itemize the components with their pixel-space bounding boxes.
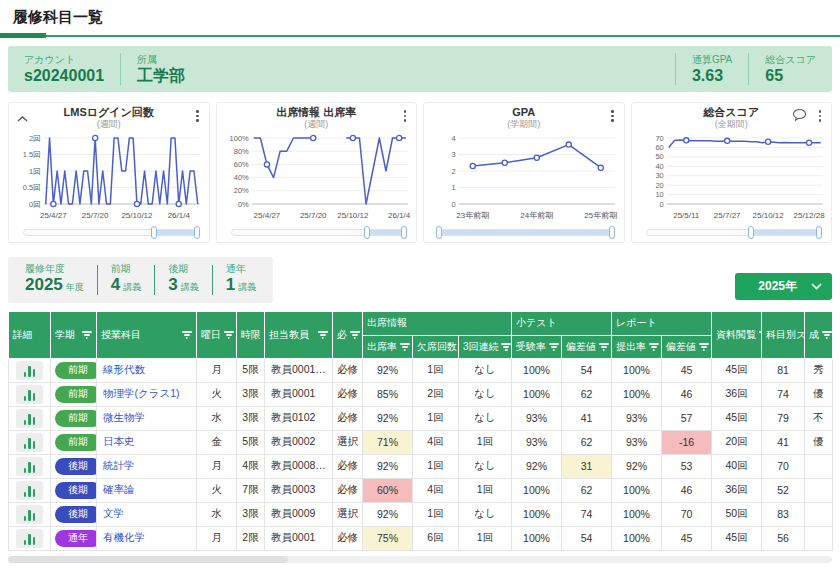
course-link[interactable]: 物理学(クラス1) (103, 387, 180, 399)
chart-range-slider[interactable] (646, 229, 822, 236)
slider-handle-right[interactable] (401, 226, 407, 239)
column-header-偏差値: 偏差値 (562, 335, 612, 358)
cell-value: 53 (662, 454, 712, 478)
cell-value: 92% (612, 454, 662, 478)
course-link[interactable]: 微生物学 (103, 411, 145, 423)
slider-handle-right[interactable] (609, 226, 615, 239)
year-selector-button[interactable]: 2025年 (735, 273, 832, 300)
kebab-menu-icon[interactable] (401, 108, 410, 124)
column-label: 受験率 (516, 340, 546, 354)
comment-bubble-icon[interactable] (792, 108, 807, 126)
cell-value: 31 (562, 454, 612, 478)
cell-value: 45回 (712, 406, 762, 430)
cell-value: 100% (512, 478, 562, 502)
filter-icon[interactable] (758, 330, 762, 339)
chart-title: GPA (428, 106, 620, 119)
cell-value: 74 (762, 382, 805, 406)
column-label: 授業科目 (101, 328, 141, 342)
cell-value: 52 (762, 478, 805, 502)
column-label: レポート (616, 316, 657, 330)
svg-text:0%: 0% (237, 200, 248, 209)
term-badge: 前期 (55, 410, 97, 427)
row-detail-chart-button[interactable] (16, 505, 43, 524)
course-link[interactable]: 確率論 (103, 483, 135, 495)
svg-text:2: 2 (452, 167, 456, 176)
cell-value: 60% (363, 478, 413, 502)
scrollbar-thumb[interactable] (8, 556, 288, 563)
cell-teacher: 教員0008… (265, 454, 333, 478)
svg-text:25/7/27: 25/7/27 (713, 211, 740, 220)
course-link[interactable]: 線形代数 (103, 363, 145, 375)
filter-icon[interactable] (821, 330, 832, 339)
filter-icon[interactable] (648, 342, 659, 351)
course-link[interactable]: 統計学 (103, 459, 135, 471)
svg-text:25/10/12: 25/10/12 (337, 211, 369, 220)
svg-text:70: 70 (655, 134, 663, 143)
filter-icon[interactable] (548, 342, 559, 351)
svg-text:100%: 100% (229, 134, 249, 143)
svg-text:0.5回: 0.5回 (23, 183, 41, 192)
filter-icon[interactable] (698, 342, 709, 351)
column-header-小テスト: 小テスト (512, 312, 612, 335)
filter-icon[interactable] (399, 342, 410, 351)
row-detail-chart-button[interactable] (16, 385, 43, 404)
summary-label: 通年 (226, 263, 256, 275)
filter-icon[interactable] (501, 342, 512, 351)
cell-teacher: 教員0001 (265, 382, 333, 406)
row-detail-chart-button[interactable] (16, 529, 43, 548)
cell-value: 93% (512, 430, 562, 454)
svg-text:0: 0 (452, 200, 456, 209)
svg-text:0回: 0回 (29, 200, 41, 209)
cell-value: 93% (512, 406, 562, 430)
svg-text:1: 1 (452, 183, 456, 192)
course-link[interactable]: 有機化学 (103, 531, 145, 543)
column-header-偏差値: 偏差値 (662, 335, 712, 358)
column-header-出席率: 出席率 (363, 335, 413, 358)
filter-icon[interactable] (181, 330, 192, 339)
filter-icon[interactable] (317, 330, 328, 339)
cell-value: 41 (562, 406, 612, 430)
column-header-欠席回数: 欠席回数 (413, 335, 459, 358)
slider-handle-right[interactable] (816, 226, 822, 239)
account-bar: アカウント s20240001 所属 工学部 通算GPA 3.63 総合スコア … (8, 46, 832, 92)
course-link[interactable]: 文学 (103, 507, 124, 519)
table-horizontal-scrollbar[interactable] (8, 556, 832, 563)
cell-period: 7限 (237, 478, 265, 502)
filter-icon[interactable] (223, 330, 234, 339)
row-detail-chart-button[interactable] (16, 457, 43, 476)
column-header-曜日: 曜日 (197, 312, 237, 358)
chart-range-slider[interactable] (438, 229, 614, 236)
cell-value: 45回 (712, 358, 762, 382)
kebab-menu-icon[interactable] (193, 108, 202, 124)
slider-handle-left[interactable] (151, 226, 157, 239)
row-detail-chart-button[interactable] (16, 433, 43, 452)
chart-range-slider[interactable] (231, 229, 407, 236)
filter-icon[interactable] (81, 330, 92, 339)
kebab-menu-icon[interactable] (816, 108, 825, 124)
cell-value: 54 (562, 358, 612, 382)
row-detail-chart-button[interactable] (16, 481, 43, 500)
year-selector-label: 2025年 (758, 278, 797, 295)
chart-range-slider[interactable] (23, 229, 199, 236)
slider-handle-left[interactable] (748, 226, 754, 239)
row-detail-chart-button[interactable] (16, 361, 43, 380)
filter-icon[interactable] (598, 342, 609, 351)
summary-value: 4講義 (111, 275, 141, 297)
row-detail-chart-button[interactable] (16, 409, 43, 428)
cell-value: 70 (762, 454, 805, 478)
collapse-chevron-up-icon[interactable] (17, 109, 28, 127)
cell-day: 火 (197, 478, 237, 502)
slider-handle-left[interactable] (364, 226, 370, 239)
filter-icon[interactable] (349, 330, 360, 339)
svg-text:60%: 60% (233, 160, 248, 169)
cell-value: 92% (512, 454, 562, 478)
cell-period: 3限 (237, 382, 265, 406)
svg-text:26/1/4: 26/1/4 (168, 211, 191, 220)
kebab-menu-icon[interactable] (608, 108, 617, 124)
cell-teacher: 教員0001 (265, 526, 333, 550)
faculty-label: 所属 (137, 54, 185, 66)
slider-handle-left[interactable] (436, 226, 442, 239)
cell-value: 36回 (712, 382, 762, 406)
slider-handle-right[interactable] (194, 226, 200, 239)
course-link[interactable]: 日本史 (103, 435, 135, 447)
